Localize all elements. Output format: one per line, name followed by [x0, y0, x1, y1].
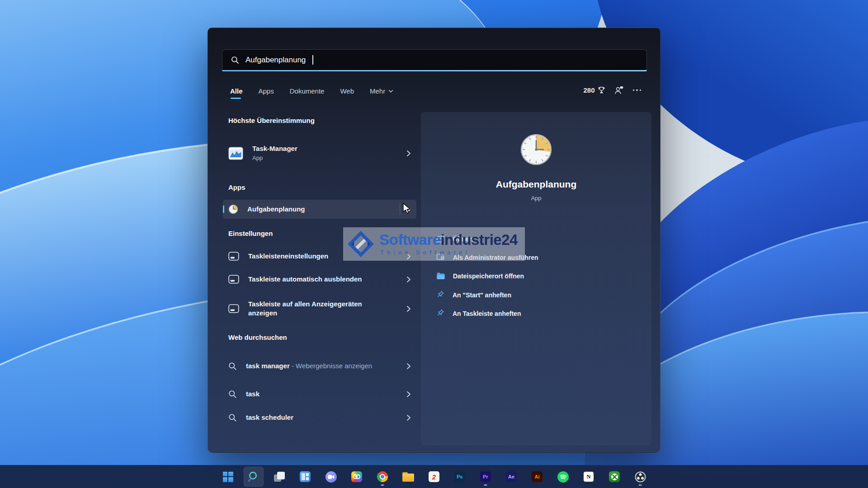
account-icon[interactable]: [614, 86, 624, 94]
tab-apps[interactable]: Apps: [259, 87, 274, 95]
taskbar-settings-icon: [228, 252, 239, 261]
search-icon: [248, 471, 259, 483]
widgets-button[interactable]: [295, 467, 315, 487]
watermark-banner: Softwareindustrie24 Think Software!: [343, 227, 525, 261]
preview-app-title: Aufgabenplanung: [421, 179, 651, 190]
premiere-pro-button[interactable]: Pr: [476, 467, 495, 487]
windows-logo-icon: [223, 472, 233, 482]
creative-cloud-button[interactable]: [347, 467, 367, 487]
chrome-icon: [377, 471, 388, 482]
task-scheduler-clock-icon: [228, 204, 238, 214]
preview-app-type: App: [421, 195, 651, 202]
file-explorer-icon: [402, 472, 414, 482]
tab-dokumente[interactable]: Dokumente: [290, 87, 325, 95]
mouse-cursor: [402, 203, 413, 215]
rewards-trophy-icon: [598, 86, 605, 94]
after-effects-icon: Ae: [506, 471, 517, 482]
watermark-logo-icon: [347, 230, 375, 258]
illustrator-icon: Ai: [532, 471, 542, 482]
rewards-badge[interactable]: 280: [583, 86, 605, 94]
search-icon: [228, 413, 237, 422]
action-an-taskleiste-anheften[interactable]: An Taskleiste anheften: [430, 304, 642, 323]
chevron-right-icon[interactable]: [406, 391, 411, 398]
xbox-button[interactable]: [604, 467, 624, 487]
chevron-right-icon[interactable]: [406, 305, 411, 312]
task-manager-icon: [228, 147, 243, 160]
chevron-right-icon[interactable]: [406, 414, 411, 421]
result-label: task manager: [246, 362, 290, 370]
taskbar: 2 Ps Pr Ae Ai N: [0, 465, 868, 488]
taskbar-settings-icon: [228, 275, 239, 284]
watermark-tagline: Think Software!: [380, 249, 518, 256]
pin-icon: [436, 291, 445, 299]
result-row-task-manager[interactable]: Task-Manager App: [223, 140, 416, 166]
result-label: task: [246, 389, 259, 399]
spotify-icon: [557, 471, 569, 483]
start-button[interactable]: [218, 467, 238, 487]
chevron-down-icon: [388, 89, 393, 93]
result-label: Aufgabenplanung: [247, 205, 305, 214]
section-title-einstellungen: Einstellungen: [228, 230, 273, 237]
rewards-count: 280: [583, 86, 594, 94]
spotify-button[interactable]: [553, 467, 573, 487]
notion-icon: N: [583, 471, 594, 482]
result-sublabel: App: [252, 154, 297, 162]
section-title-web-durchsuchen: Web durchsuchen: [228, 333, 287, 341]
search-text: Aufgabenplanung: [245, 56, 306, 65]
chevron-right-icon[interactable]: [406, 276, 411, 283]
tab-mehr[interactable]: Mehr: [370, 87, 393, 95]
result-row-taskleiste-ausblenden[interactable]: Taskleiste automatisch ausblenden: [223, 270, 416, 289]
taskbar-search-button[interactable]: [244, 467, 264, 487]
search-icon: [228, 362, 237, 371]
result-row-task-manager-web[interactable]: task manager - Webergebnisse anzeigen: [223, 353, 416, 379]
more-ellipsis-icon[interactable]: [633, 89, 642, 91]
task-view-icon: [274, 471, 285, 483]
text-caret: [312, 55, 313, 65]
result-label: Taskleisteneinstellungen: [248, 252, 328, 261]
result-suffix: - Webergebnisse anzeigen: [292, 362, 372, 370]
photoshop-icon: Ps: [454, 471, 465, 482]
chevron-right-icon[interactable]: [406, 363, 411, 370]
result-row-aufgabenplanung[interactable]: Aufgabenplanung: [223, 200, 416, 219]
tab-alle[interactable]: Alle: [230, 87, 243, 95]
obs-studio-button[interactable]: [630, 467, 650, 487]
panel-top-right: 280: [583, 86, 641, 94]
chat-button[interactable]: [321, 467, 341, 487]
widgets-icon: [300, 471, 311, 482]
preview-pane: Aufgabenplanung App Öffnen Als Administr…: [421, 112, 651, 446]
illustrator-button[interactable]: Ai: [527, 467, 547, 487]
file-explorer-button[interactable]: [398, 467, 418, 487]
action-dateispeicherort[interactable]: Dateispeicherort öffnen: [430, 267, 642, 285]
task-scheduler-clock-icon: [519, 133, 553, 168]
premiere-pro-icon: Pr: [480, 471, 491, 482]
obs-studio-icon: [635, 471, 646, 483]
result-label: Taskleiste auf allen Anzeigegeräten anze…: [248, 300, 386, 318]
section-title-apps: Apps: [228, 183, 245, 191]
action-an-start-anheften[interactable]: An "Start" anheften: [430, 286, 642, 304]
taskbar-settings-icon: [228, 304, 239, 313]
chat-icon: [326, 471, 337, 483]
result-row-task-scheduler[interactable]: task scheduler: [223, 408, 416, 427]
search-input[interactable]: Aufgabenplanung: [222, 49, 647, 70]
chevron-right-icon[interactable]: [406, 150, 411, 157]
app-2-icon: 2: [429, 471, 439, 482]
task-view-button[interactable]: [269, 467, 289, 487]
tab-web[interactable]: Web: [340, 87, 354, 95]
chrome-button[interactable]: [373, 467, 392, 487]
watermark-brand: Softwareindustrie24: [379, 232, 518, 247]
filter-tabs: Alle Apps Dokumente Web Mehr: [230, 87, 393, 95]
result-row-taskleiste-anzeigegeraete[interactable]: Taskleiste auf allen Anzeigegeräten anze…: [223, 296, 416, 321]
desktop: Aufgabenplanung Alle Apps Dokumente Web …: [0, 0, 868, 488]
result-label: Taskleiste automatisch ausblenden: [248, 275, 362, 284]
result-label: task scheduler: [246, 413, 293, 422]
result-label: Task-Manager: [252, 144, 297, 153]
section-title-best-match: Höchste Übereinstimmung: [228, 117, 315, 124]
result-row-task[interactable]: task: [223, 385, 416, 404]
notion-button[interactable]: N: [579, 467, 599, 487]
app-2-button[interactable]: 2: [424, 467, 444, 487]
folder-icon: [436, 272, 445, 280]
search-icon: [231, 56, 239, 64]
after-effects-button[interactable]: Ae: [501, 467, 521, 487]
photoshop-button[interactable]: Ps: [450, 467, 470, 487]
creative-cloud-icon: [351, 471, 362, 482]
